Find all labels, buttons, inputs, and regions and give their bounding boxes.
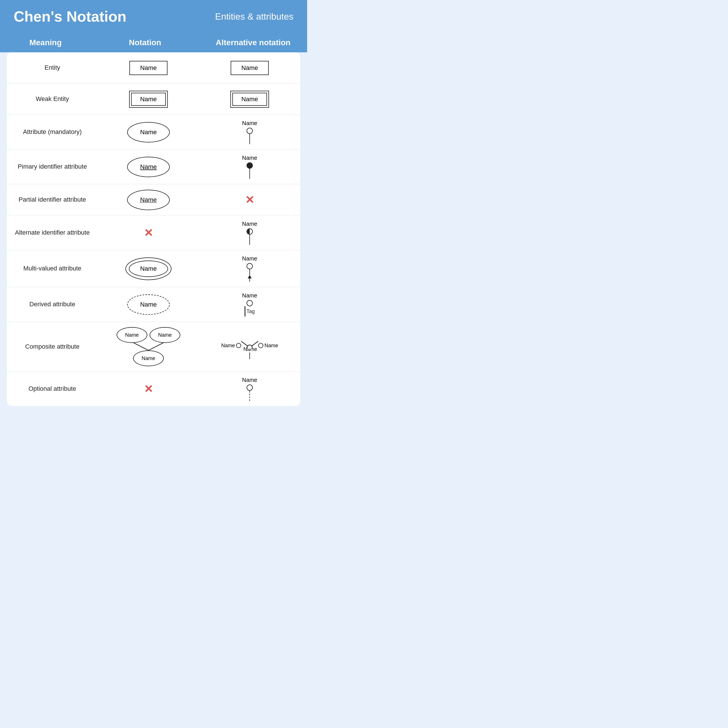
meaning-alt-id: Alternate identifier attribute bbox=[7, 223, 98, 242]
table-row: Attribute (mandatory) Name Name bbox=[7, 115, 300, 150]
alt-name-label: Name bbox=[242, 120, 257, 127]
alt-name-label: Name bbox=[242, 255, 257, 262]
circle-open-icon bbox=[246, 384, 253, 391]
table-row: Multi-valued attribute Name Name bbox=[7, 250, 300, 287]
alt-derived: Name Tag bbox=[199, 287, 300, 322]
column-headers: Meaning Notation Alternative notation bbox=[0, 33, 307, 52]
ellipse-underline: Name bbox=[127, 157, 170, 177]
alt-partial-id: ✕ bbox=[199, 188, 300, 211]
table-row: Partial identifier attribute Name ✕ bbox=[7, 184, 300, 216]
comp-name-right: Name bbox=[265, 343, 278, 349]
ellipse-dotted: Name bbox=[127, 190, 170, 210]
alt-entity: Name bbox=[199, 56, 300, 80]
alt-name-label: Name bbox=[242, 377, 257, 383]
circle-filled-icon bbox=[246, 162, 253, 169]
circle-open-icon bbox=[246, 128, 253, 134]
table-row: Composite attribute Name Name Name bbox=[7, 322, 300, 372]
arrow-up-el bbox=[248, 275, 252, 278]
notation-derived: Name bbox=[98, 289, 199, 320]
weak-entity-rect-alt: Name bbox=[230, 91, 269, 108]
notation-multivalued: Name bbox=[98, 252, 199, 285]
meaning-optional: Optional attribute bbox=[7, 379, 98, 398]
dashed-ellipse: Name bbox=[127, 294, 170, 315]
col-notation: Notation bbox=[91, 38, 199, 47]
entity-rect-alt: Name bbox=[231, 61, 269, 75]
double-ellipse: Name bbox=[125, 257, 171, 280]
subtitle: Entities & attributes bbox=[215, 11, 294, 22]
meaning-derived: Derived attribute bbox=[7, 295, 98, 314]
red-x-icon: ✕ bbox=[144, 383, 153, 395]
vert-line-dashed-el bbox=[249, 391, 250, 401]
notation-alt-id: ✕ bbox=[98, 222, 199, 244]
entity-rect: Name bbox=[129, 61, 168, 75]
tag-label: Tag bbox=[246, 309, 255, 315]
header: Chen's Notation Entities & attributes bbox=[0, 0, 307, 33]
meaning-attr-mandatory: Attribute (mandatory) bbox=[7, 122, 98, 142]
vert-line-el bbox=[249, 235, 250, 245]
meaning-weak-entity: Weak Entity bbox=[7, 90, 98, 109]
circle-open-left bbox=[236, 343, 241, 348]
circle-half-icon bbox=[246, 228, 253, 235]
circle-open-right bbox=[258, 343, 263, 348]
alt-name-label: Name bbox=[242, 221, 257, 227]
alt-open-circle-arrow: Name bbox=[242, 255, 257, 282]
comp-left: Name bbox=[221, 343, 241, 349]
ellipse-comp-1: Name bbox=[116, 327, 147, 343]
alt-filled-circle: Name bbox=[242, 155, 257, 179]
vert-line-el bbox=[245, 306, 245, 317]
svg-point-4 bbox=[247, 345, 252, 349]
meaning-multivalued: Multi-valued attribute bbox=[7, 259, 98, 278]
alt-name-label: Name bbox=[242, 292, 257, 299]
alt-attr-mandatory: Name bbox=[199, 115, 300, 149]
comp-branches: Name Name bbox=[221, 335, 278, 349]
comp-right: Name bbox=[258, 343, 278, 349]
comp-tree-svg bbox=[241, 335, 258, 349]
composite-tree-alt: Name Name Name bbox=[221, 335, 278, 359]
col-alternative: Alternative notation bbox=[199, 38, 307, 47]
notation-composite: Name Name Name bbox=[98, 322, 199, 372]
notation-optional: ✕ bbox=[98, 378, 199, 401]
svg-line-0 bbox=[133, 343, 148, 350]
vert-line-with-tag: Tag bbox=[245, 306, 255, 317]
table-row: Alternate identifier attribute ✕ Name bbox=[7, 216, 300, 250]
table-row: Derived attribute Name Name Tag bbox=[7, 287, 300, 322]
comp-name-left: Name bbox=[221, 343, 235, 349]
composite-connector-svg bbox=[116, 343, 181, 351]
alt-derived-node: Name Tag bbox=[242, 292, 257, 317]
weak-entity-inner: Name bbox=[131, 93, 166, 106]
weak-entity-inner-alt: Name bbox=[232, 93, 267, 106]
alt-open-circle: Name bbox=[242, 120, 257, 144]
red-x-icon: ✕ bbox=[144, 226, 153, 239]
arrow-up-icon bbox=[248, 269, 252, 282]
circle-open-icon bbox=[246, 263, 253, 269]
table-row: Pimary identifier attribute Name Name bbox=[7, 150, 300, 184]
alt-multivalued: Name bbox=[199, 250, 300, 287]
vert-line-el bbox=[249, 169, 250, 179]
composite-ellipses: Name Name Name bbox=[116, 327, 181, 366]
meaning-entity: Entity bbox=[7, 58, 98, 77]
comp-vert bbox=[249, 352, 250, 359]
alt-optional: Name bbox=[199, 372, 300, 406]
notation-primary-id: Name bbox=[98, 151, 199, 182]
table-row: Entity Name Name bbox=[7, 52, 300, 84]
weak-entity-rect: Name bbox=[129, 91, 168, 108]
alt-half-circle: Name bbox=[242, 221, 257, 245]
meaning-composite: Composite attribute bbox=[7, 337, 98, 356]
circle-open-icon bbox=[246, 300, 253, 306]
alt-name-label: Name bbox=[242, 155, 257, 161]
meaning-primary-id: Pimary identifier attribute bbox=[7, 157, 98, 176]
composite-top-row: Name Name bbox=[116, 327, 180, 343]
vert-line-el bbox=[249, 134, 250, 144]
table-row: Optional attribute ✕ Name bbox=[7, 372, 300, 406]
double-ellipse-inner: Name bbox=[129, 260, 168, 277]
alt-optional-node: Name bbox=[242, 377, 257, 401]
ellipse-comp-3: Name bbox=[133, 350, 164, 366]
col-meaning: Meaning bbox=[0, 38, 91, 47]
notation-attr-mandatory: Name bbox=[98, 117, 199, 148]
ellipse-attr: Name bbox=[127, 122, 170, 142]
vert-line-el2 bbox=[249, 278, 250, 282]
ellipse-comp-2: Name bbox=[150, 327, 180, 343]
alt-composite: Name Name Name bbox=[199, 329, 300, 364]
alt-weak-entity: Name bbox=[199, 86, 300, 113]
notation-weak-entity: Name bbox=[98, 86, 199, 113]
